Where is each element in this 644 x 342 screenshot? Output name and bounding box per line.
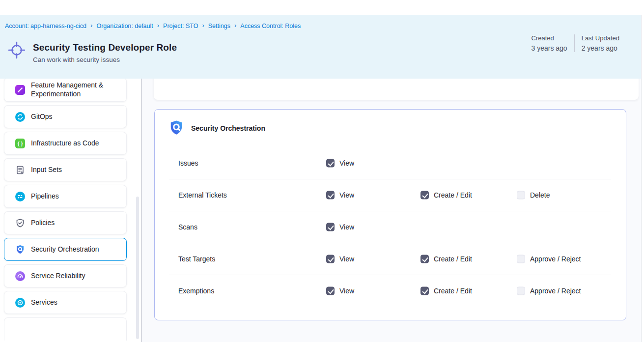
- checkbox-view[interactable]: [326, 255, 335, 263]
- meta-label-last-updated: Last Updated: [582, 34, 619, 42]
- meta-value-created: 3 years ago: [531, 44, 567, 52]
- section-title: Security Orchestration: [191, 124, 265, 132]
- svg-text:{ }: { }: [18, 141, 23, 146]
- input-sets-icon: [15, 165, 25, 175]
- meta-label-created: Created: [531, 34, 567, 42]
- permission-row-test-targets: Test TargetsViewCreate / EditApprove / R…: [155, 243, 626, 275]
- pipelines-icon: [15, 192, 25, 201]
- resource-label: Test Targets: [178, 255, 215, 263]
- sidebar-item-service-reliability[interactable]: Service Reliability: [4, 264, 127, 287]
- service-reliability-icon: [15, 271, 25, 281]
- permission-exemptions-approve-reject: Approve / Reject: [517, 286, 581, 295]
- breadcrumb-separator: ›: [234, 22, 236, 29]
- main-content: Security Orchestration IssuesViewExterna…: [141, 79, 641, 342]
- permission-external-tickets-create-edit: Create / Edit: [420, 191, 472, 199]
- resource-sidebar: Feature Management & ExperimentationGitO…: [0, 79, 141, 342]
- permission-external-tickets-delete: Delete: [517, 191, 550, 199]
- permission-test-targets-approve-reject: Approve / Reject: [517, 255, 581, 263]
- meta-divider: [574, 34, 575, 52]
- page-subtitle: Can work with security issues: [33, 56, 120, 63]
- page-header: Account: app-harness-ng-cicd›Organizatio…: [0, 15, 641, 79]
- checkbox-view[interactable]: [326, 223, 335, 231]
- security-orchestration-card: Security Orchestration IssuesViewExterna…: [154, 109, 626, 320]
- resource-label: Issues: [178, 159, 198, 167]
- breadcrumb-separator: ›: [90, 22, 92, 29]
- checkbox-view[interactable]: [326, 159, 335, 167]
- page: Account: app-harness-ng-cicd›Organizatio…: [0, 0, 644, 342]
- permission-issues-view: View: [326, 159, 354, 167]
- sidebar-item-security-orchestration[interactable]: Security Orchestration: [4, 238, 127, 261]
- checkbox-create-edit[interactable]: [420, 255, 429, 263]
- breadcrumb-link-organization-default[interactable]: Organization: default: [96, 23, 153, 29]
- permission-row-exemptions: ExemptionsViewCreate / EditApprove / Rej…: [155, 275, 626, 307]
- gitops-icon: [15, 112, 25, 122]
- infrastructure-as-code-icon: { }: [15, 139, 25, 148]
- previous-section-card: [154, 79, 639, 100]
- permission-row-scans: ScansView: [155, 211, 626, 243]
- feature-flags-icon: [15, 85, 25, 95]
- permission-row-external-tickets: External TicketsViewCreate / EditDelete: [155, 179, 626, 211]
- breadcrumb-link-settings[interactable]: Settings: [208, 23, 230, 29]
- security-orchestration-shield-icon: [169, 120, 184, 136]
- breadcrumb-link-project-sto[interactable]: Project: STO: [163, 23, 198, 29]
- sidebar-scrollbar[interactable]: [136, 197, 139, 339]
- sidebar-item-policies[interactable]: Policies: [4, 211, 127, 234]
- resource-label: Exemptions: [178, 287, 214, 295]
- permission-test-targets-create-edit: Create / Edit: [420, 255, 472, 263]
- checkbox-approve-reject[interactable]: [517, 255, 525, 263]
- breadcrumb: Account: app-harness-ng-cicd›Organizatio…: [5, 22, 301, 29]
- page-right-border: [641, 15, 642, 342]
- permission-exemptions-create-edit: Create / Edit: [420, 286, 472, 295]
- policies-icon: [15, 218, 25, 228]
- section-header: Security Orchestration: [155, 110, 626, 136]
- permission-external-tickets-view: View: [326, 191, 354, 199]
- checkbox-approve-reject[interactable]: [517, 286, 525, 295]
- checkbox-create-edit[interactable]: [420, 286, 429, 295]
- checkbox-create-edit[interactable]: [420, 191, 429, 199]
- permission-rows: IssuesViewExternal TicketsViewCreate / E…: [155, 147, 626, 307]
- permission-scans-view: View: [326, 223, 354, 231]
- breadcrumb-separator: ›: [157, 22, 159, 29]
- permission-row-issues: IssuesView: [155, 147, 626, 179]
- sidebar-item-partial[interactable]: [4, 317, 127, 341]
- sidebar-item-gitops[interactable]: GitOps: [4, 105, 127, 128]
- sidebar-item-infrastructure-as-code[interactable]: { }Infrastructure as Code: [4, 132, 127, 155]
- checkbox-view[interactable]: [326, 191, 335, 199]
- security-orchestration-icon: [15, 245, 25, 255]
- breadcrumb-separator: ›: [202, 22, 204, 29]
- checkbox-view[interactable]: [326, 286, 335, 295]
- breadcrumb-link-access-control-roles[interactable]: Access Control: Roles: [240, 23, 301, 29]
- sidebar-item-input-sets[interactable]: Input Sets: [4, 158, 127, 181]
- services-icon: [15, 298, 25, 308]
- resource-label: Scans: [178, 223, 197, 231]
- meta: Created3 years agoLast Updated2 years ag…: [531, 34, 619, 52]
- checkbox-delete[interactable]: [517, 191, 525, 199]
- sidebar-item-services[interactable]: Services: [4, 291, 127, 314]
- resource-label: External Tickets: [178, 191, 227, 199]
- permission-exemptions-view: View: [326, 286, 354, 295]
- crosshair-role-icon: [7, 40, 27, 60]
- page-title: Security Testing Developer Role: [33, 42, 177, 53]
- permission-test-targets-view: View: [326, 255, 354, 263]
- sidebar-item-pipelines[interactable]: Pipelines: [4, 185, 127, 208]
- sidebar-list: Feature Management & ExperimentationGitO…: [4, 79, 127, 341]
- sidebar-item-feature-management-experimentation[interactable]: Feature Management & Experimentation: [4, 79, 127, 102]
- breadcrumb-link-account-app-harness-ng-cicd[interactable]: Account: app-harness-ng-cicd: [5, 23, 86, 29]
- meta-value-last-updated: 2 years ago: [582, 44, 619, 52]
